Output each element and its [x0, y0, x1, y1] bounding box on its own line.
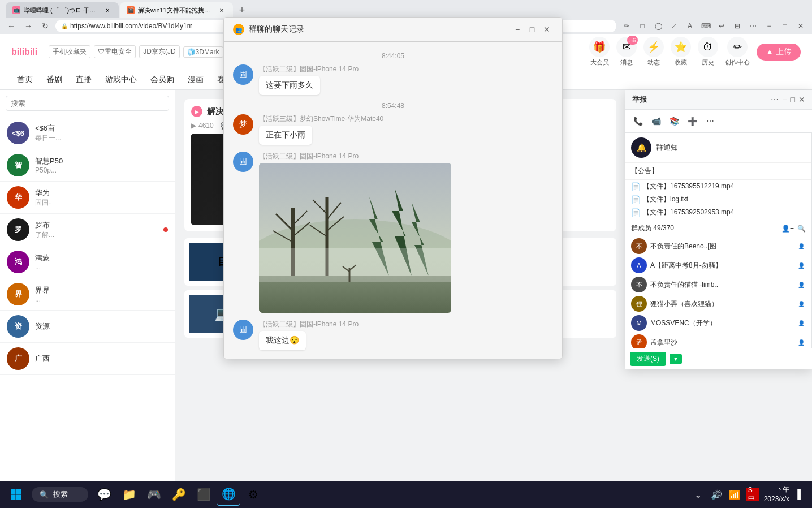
refresh-btn[interactable]: ↻ — [38, 19, 52, 33]
new-tab-btn[interactable]: + — [234, 2, 250, 18]
sidebar-item-5[interactable]: 鸿 鸿蒙 ... — [0, 246, 175, 278]
popup-minimize[interactable]: − — [511, 23, 524, 36]
video-call-btn[interactable]: 📹 — [648, 113, 664, 129]
tab-bar: 📺 哔哩哔哩 (゜-゜)つロ 干杯~- ✕ 🎬 解决win11文件不能拖拽任~ … — [0, 0, 812, 18]
sidebar-item-4[interactable]: 罗 罗布 了解... — [0, 214, 175, 246]
member-item-3[interactable]: 不 不负责任的猫猫 -limb.. 👤 — [631, 275, 806, 294]
taskbar-app-browser[interactable]: 🌐 — [217, 483, 240, 506]
msg-content-2: 【活跃三级】梦幻ShowTime-华为Mate40 正在下小雨 — [259, 114, 553, 145]
nav-3dmark[interactable]: 🧊3DMark — [183, 46, 223, 58]
browser-maximize[interactable]: □ — [778, 19, 792, 33]
file-item-3[interactable]: 📄 【文件】1675392502953.mp4 — [625, 206, 811, 219]
report-minimize[interactable]: − — [782, 95, 787, 104]
extension-btn-2[interactable]: □ — [636, 19, 649, 33]
back-btn[interactable]: ← — [5, 19, 18, 33]
members-search-icon[interactable]: 🔍 — [797, 225, 806, 233]
sidebar-item-text-2: 智慧P50 P50p... — [35, 156, 168, 174]
group-notification[interactable]: 🔔 群通知 — [625, 133, 811, 163]
call-btn[interactable]: 📞 — [630, 113, 646, 129]
taskbar-app-game[interactable]: 🎮 — [142, 483, 165, 506]
file-item-1[interactable]: 📄 【文件】1675395512219.mp4 — [625, 180, 811, 193]
popup-close[interactable]: ✕ — [541, 23, 553, 36]
report-content: 🔔 群通知 【公告】 📄 【文件】1675395512219.mp4 — [625, 133, 812, 348]
nav-security[interactable]: 🛡雷电安全 — [94, 45, 136, 58]
extension-btn-4[interactable]: ⟋ — [667, 19, 681, 33]
nav-mobile[interactable]: 手机收藏夹 — [49, 45, 90, 58]
report-maximize[interactable]: □ — [791, 95, 795, 104]
subnav-manga[interactable]: 漫画 — [182, 72, 209, 87]
taskbar-app-settings[interactable]: ⚙ — [242, 483, 265, 506]
header-dynamic[interactable]: ⚡ 动态 — [643, 37, 664, 67]
sidebar-item-1[interactable]: <$6 <$6亩 每日一... — [0, 117, 175, 149]
upload-button[interactable]: ▲ 上传 — [757, 44, 801, 61]
sidebar-item-8[interactable]: 广 广西 — [0, 343, 175, 375]
header-favorites[interactable]: ⭐ 收藏 — [671, 37, 691, 67]
taskbar-search[interactable]: 🔍 搜索 — [32, 487, 88, 502]
send-button[interactable]: 发送(S) — [630, 352, 666, 366]
header-daguiyuan[interactable]: 🎁 大会员 — [589, 37, 610, 67]
header-messages[interactable]: ✉56 消息 — [616, 37, 637, 67]
popup-maximize[interactable]: □ — [526, 23, 538, 36]
extension-btn-5[interactable]: A — [683, 19, 697, 33]
member-name-4: 狸猫小弄（喜欢狸猫） — [650, 299, 793, 309]
header-creation[interactable]: ✏ 创作中心 — [725, 37, 750, 67]
send-dropdown[interactable]: ▼ — [670, 354, 682, 364]
tab-2-close[interactable]: ✕ — [217, 6, 226, 15]
sidebar-item-2[interactable]: 智 智慧P50 P50p... — [0, 149, 175, 182]
member-item-4[interactable]: 狸 狸猫小弄（喜欢狸猫） 👤 — [631, 294, 806, 313]
sidebar-avatar-1: <$6 — [7, 122, 29, 144]
report-more-icon[interactable]: ⋯ — [771, 95, 779, 104]
report-panel-title: 举报 — [632, 94, 647, 105]
tab-1[interactable]: 📺 哔哩哔哩 (゜-゜)つロ 干杯~- ✕ — [6, 2, 119, 18]
video-views: ▶ 4610 — [191, 122, 214, 130]
taskbar-clock[interactable]: 下午 2023/x/x — [764, 485, 789, 504]
tab-1-close[interactable]: ✕ — [103, 6, 112, 15]
subnav-home[interactable]: 首页 — [11, 72, 38, 87]
members-count: 群成员 49/370 — [631, 223, 674, 233]
sidebar-item-3[interactable]: 华 华为 固国- — [0, 182, 175, 214]
member-item-1[interactable]: 不 不负责任的Beeno..[图 👤 — [631, 236, 806, 256]
sidebar-item-6[interactable]: 界 界界 ... — [0, 278, 175, 311]
member-item-2[interactable]: A A【距离中考8月-勿骚】 👤 — [631, 256, 806, 275]
taskbar-network[interactable]: 🔊 — [710, 488, 723, 501]
taskbar-show-desktop[interactable]: ▌ — [794, 488, 807, 501]
extension-btn-3[interactable]: ◯ — [651, 19, 665, 33]
subnav-bangumi[interactable]: 番剧 — [41, 72, 68, 87]
settings-btn[interactable]: ⋯ — [746, 19, 760, 33]
sidebar-search-input[interactable] — [6, 96, 169, 111]
start-button[interactable] — [5, 483, 27, 506]
taskbar-app-explorer[interactable]: 📁 — [118, 483, 140, 506]
course-btn[interactable]: 📚 — [666, 113, 682, 129]
browser-close[interactable]: ✕ — [794, 19, 807, 33]
subnav-vip[interactable]: 会员购 — [145, 72, 180, 87]
member-item-5[interactable]: M MOSSVENC（开学） 👤 — [631, 313, 806, 333]
forward-btn[interactable]: → — [21, 19, 35, 33]
member-item-6[interactable]: 孟 孟拿里沙 👤 — [631, 333, 806, 348]
nav-jd[interactable]: JD京东(JD — [139, 45, 179, 58]
subnav-game[interactable]: 游戏中心 — [100, 72, 142, 87]
more-btn[interactable]: ⋯ — [702, 113, 718, 129]
members-add-icon[interactable]: 👤+ — [781, 225, 794, 233]
sidebar-item-7[interactable]: 资 资源 — [0, 311, 175, 343]
taskbar-up-arrow[interactable]: ⌄ — [692, 488, 705, 501]
subnav-live[interactable]: 直播 — [70, 72, 97, 87]
extension-btn-8[interactable]: ⊟ — [731, 19, 744, 33]
extension-btn-7[interactable]: ↩ — [715, 19, 728, 33]
taskbar-sound[interactable]: 📶 — [728, 488, 741, 501]
taskbar-input-method[interactable]: S中 — [746, 488, 759, 501]
extension-btn-6[interactable]: ⌨ — [699, 19, 712, 33]
extension-btn-1[interactable]: ✏ — [620, 19, 633, 33]
taskbar-app-terminal[interactable]: ⬛ — [192, 483, 215, 506]
taskbar-app-key[interactable]: 🔑 — [167, 483, 190, 506]
chat-popup-header: 👥 群聊的聊天记录 − □ ✕ — [224, 18, 562, 42]
browser-minimize[interactable]: − — [762, 19, 776, 33]
msg-image-3[interactable] — [259, 163, 451, 313]
header-history[interactable]: ⏱ 历史 — [698, 37, 718, 67]
report-close[interactable]: ✕ — [798, 95, 805, 104]
announcement-item[interactable]: 【公告】 — [625, 163, 811, 180]
file-item-2[interactable]: 📄 【文件】log.txt — [625, 193, 811, 206]
add-btn[interactable]: ➕ — [684, 113, 700, 129]
tab-2[interactable]: 🎬 解决win11文件不能拖拽任~ ✕ — [120, 2, 233, 18]
taskbar-app-chat[interactable]: 💬 — [93, 483, 115, 506]
bili-logo[interactable]: bilibili — [11, 47, 37, 57]
